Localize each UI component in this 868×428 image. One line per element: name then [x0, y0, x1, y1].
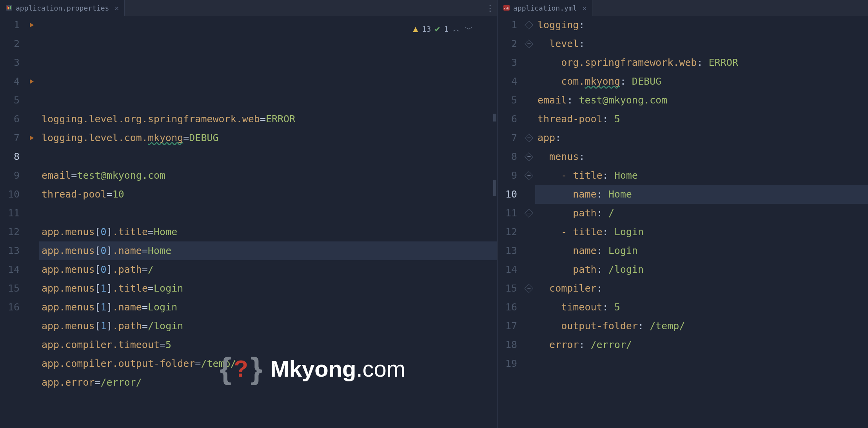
- code-line[interactable]: - title: Login: [535, 223, 868, 241]
- line-number[interactable]: 17: [498, 317, 517, 336]
- fold-toggle-icon[interactable]: [525, 134, 534, 143]
- inspections-widget[interactable]: ▲13 ✔1 ︿ ﹀: [413, 20, 474, 38]
- code-line[interactable]: path: /login: [535, 260, 868, 279]
- warning-count: 13: [422, 20, 431, 38]
- right-fold-column[interactable]: [523, 16, 535, 428]
- fold-toggle-icon[interactable]: [525, 284, 534, 293]
- line-number[interactable]: 16: [498, 298, 517, 317]
- line-number[interactable]: 7: [498, 129, 517, 147]
- code-line[interactable]: org.springframework.web: ERROR: [535, 53, 868, 72]
- line-number[interactable]: 10: [498, 185, 517, 204]
- tab-application-properties[interactable]: application.properties ×: [0, 0, 125, 16]
- code-line[interactable]: app.menus[1].name=Login: [39, 298, 497, 317]
- code-line[interactable]: thread-pool: 5: [535, 110, 868, 129]
- line-number[interactable]: 6: [498, 110, 517, 129]
- fold-toggle-icon[interactable]: [525, 40, 534, 49]
- line-number[interactable]: 15: [0, 279, 20, 298]
- right-code-area[interactable]: logging: level: org.springframework.web:…: [535, 16, 868, 428]
- line-number[interactable]: 10: [0, 185, 20, 204]
- line-number[interactable]: 2: [0, 34, 20, 53]
- line-number[interactable]: 12: [498, 223, 517, 241]
- left-tabbar: application.properties × ⋮: [0, 0, 497, 16]
- line-number[interactable]: 9: [498, 166, 517, 185]
- right-line-gutter[interactable]: 12345678910111213141516171819: [498, 16, 523, 428]
- line-number[interactable]: 5: [0, 91, 20, 110]
- code-line[interactable]: level:: [535, 34, 868, 53]
- code-line[interactable]: logging:: [535, 16, 868, 34]
- line-number[interactable]: 13: [0, 241, 20, 260]
- code-line[interactable]: menus:: [535, 147, 868, 166]
- code-line[interactable]: app.menus[1].path=/login: [39, 317, 497, 336]
- svg-rect-1: [7, 6, 8, 9]
- line-number[interactable]: 5: [498, 91, 517, 110]
- line-number[interactable]: 11: [0, 204, 20, 223]
- line-number[interactable]: 1: [498, 16, 517, 34]
- inspection-prev-icon[interactable]: ︿: [452, 20, 461, 38]
- inspection-next-icon[interactable]: ﹀: [465, 20, 474, 38]
- section-marker-icon[interactable]: [30, 23, 34, 27]
- line-number[interactable]: 13: [498, 241, 517, 260]
- line-number[interactable]: 8: [0, 147, 20, 166]
- line-number[interactable]: 4: [498, 72, 517, 91]
- line-number[interactable]: 14: [498, 260, 517, 279]
- code-line[interactable]: [39, 147, 497, 166]
- line-number[interactable]: 9: [0, 166, 20, 185]
- code-line[interactable]: timeout: 5: [535, 298, 868, 317]
- code-line[interactable]: app.menus[0].name=Home: [39, 241, 497, 260]
- code-line[interactable]: name: Login: [535, 241, 868, 260]
- line-number[interactable]: 3: [498, 53, 517, 72]
- code-line[interactable]: thread-pool=10: [39, 185, 497, 204]
- tab-label: application.yml: [513, 4, 577, 12]
- watermark-text: Mkyong.com: [270, 355, 405, 382]
- code-line[interactable]: - title: Home: [535, 166, 868, 185]
- fold-toggle-icon[interactable]: [525, 209, 534, 218]
- yaml-file-icon: YML: [503, 4, 510, 11]
- fold-toggle-icon[interactable]: [525, 152, 534, 161]
- tab-overflow-icon[interactable]: ⋮: [483, 0, 497, 16]
- split-view: application.properties × ⋮ 1234567891011…: [0, 0, 868, 428]
- close-icon[interactable]: ×: [583, 4, 587, 12]
- code-line[interactable]: [39, 392, 497, 411]
- check-count: 1: [444, 20, 449, 38]
- code-line[interactable]: error: /error/: [535, 336, 868, 354]
- code-line[interactable]: logging.level.org.springframework.web=ER…: [39, 110, 497, 129]
- code-line[interactable]: email: test@mkyong.com: [535, 91, 868, 110]
- code-line[interactable]: [39, 204, 497, 223]
- section-marker-icon[interactable]: [30, 79, 34, 84]
- line-number[interactable]: 15: [498, 279, 517, 298]
- line-number[interactable]: 4: [0, 72, 20, 91]
- line-number[interactable]: 6: [0, 110, 20, 129]
- left-fold-column[interactable]: [26, 16, 39, 428]
- scroll-marker: [493, 180, 496, 196]
- code-line[interactable]: compiler:: [535, 279, 868, 298]
- line-number[interactable]: 12: [0, 223, 20, 241]
- section-marker-icon[interactable]: [30, 136, 34, 140]
- code-line[interactable]: path: /: [535, 204, 868, 223]
- line-number[interactable]: 2: [498, 34, 517, 53]
- line-number[interactable]: 19: [498, 354, 517, 373]
- code-line[interactable]: app:: [535, 129, 868, 147]
- code-line[interactable]: app.menus[0].title=Home: [39, 223, 497, 241]
- line-number[interactable]: 7: [0, 129, 20, 147]
- fold-toggle-icon[interactable]: [525, 21, 534, 30]
- line-number[interactable]: 11: [498, 204, 517, 223]
- line-number[interactable]: 16: [0, 298, 20, 317]
- code-line[interactable]: name: Home: [535, 185, 868, 204]
- line-number[interactable]: 8: [498, 147, 517, 166]
- line-number[interactable]: 3: [0, 53, 20, 72]
- code-line[interactable]: email=test@mkyong.com: [39, 166, 497, 185]
- code-line[interactable]: output-folder: /temp/: [535, 317, 868, 336]
- fold-toggle-icon[interactable]: [525, 171, 534, 180]
- code-line[interactable]: com.mkyong: DEBUG: [535, 72, 868, 91]
- right-editor[interactable]: 12345678910111213141516171819 logging: l…: [498, 16, 868, 428]
- close-icon[interactable]: ×: [114, 4, 119, 12]
- code-line[interactable]: logging.level.com.mkyong=DEBUG: [39, 129, 497, 147]
- tab-application-yml[interactable]: YML application.yml ×: [498, 0, 592, 16]
- line-number[interactable]: 14: [0, 260, 20, 279]
- code-line[interactable]: app.menus[1].title=Login: [39, 279, 497, 298]
- left-line-gutter[interactable]: 12345678910111213141516: [0, 16, 26, 428]
- line-number[interactable]: 1: [0, 16, 20, 34]
- line-number[interactable]: 18: [498, 336, 517, 354]
- code-line[interactable]: app.menus[0].path=/: [39, 260, 497, 279]
- code-line[interactable]: [535, 354, 868, 373]
